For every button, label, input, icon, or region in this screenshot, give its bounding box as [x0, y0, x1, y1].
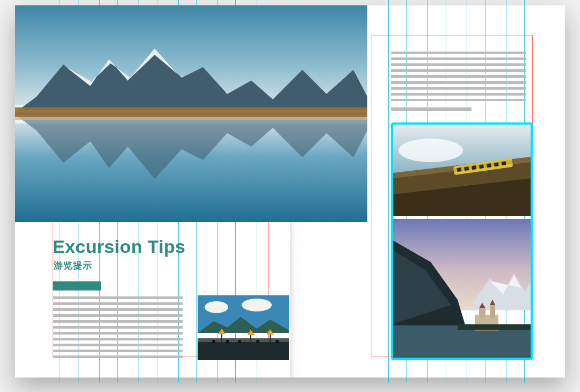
- vineyard-train-icon: [393, 125, 531, 216]
- svg-rect-24: [464, 166, 469, 171]
- svg-rect-34: [479, 308, 485, 318]
- body-text-placeholder-right[interactable]: [391, 52, 526, 101]
- body-text-placeholder-left[interactable]: [53, 296, 183, 358]
- svg-rect-25: [472, 165, 476, 170]
- body-text-tail: [391, 107, 472, 111]
- photo-observation-deck[interactable]: [198, 295, 289, 360]
- svg-rect-5: [15, 110, 367, 120]
- hero-image[interactable]: [15, 5, 367, 222]
- svg-rect-9: [198, 341, 289, 360]
- svg-point-18: [276, 340, 279, 343]
- layout-canvas[interactable]: Excursion Tips 游览提示: [0, 0, 580, 392]
- svg-point-15: [226, 340, 229, 343]
- svg-point-8: [242, 299, 272, 311]
- title-en: Excursion Tips: [53, 236, 185, 257]
- castle-lake-icon: [393, 219, 531, 358]
- svg-point-16: [238, 340, 241, 343]
- svg-rect-10: [198, 338, 289, 342]
- title-block[interactable]: Excursion Tips 游览提示: [53, 236, 185, 272]
- accent-bar: [53, 281, 101, 291]
- svg-rect-29: [502, 161, 506, 165]
- deck-umbrella-icon: [198, 295, 289, 360]
- svg-rect-26: [479, 164, 484, 169]
- photo-castle-lake[interactable]: [393, 219, 531, 358]
- svg-rect-23: [456, 168, 461, 172]
- svg-point-7: [205, 301, 228, 313]
- svg-rect-28: [494, 162, 499, 166]
- svg-point-17: [256, 340, 259, 343]
- mountain-lake-icon: [15, 5, 367, 222]
- svg-rect-27: [487, 163, 491, 168]
- svg-rect-35: [490, 305, 495, 318]
- svg-rect-32: [393, 325, 531, 358]
- svg-rect-39: [458, 324, 531, 330]
- svg-point-20: [398, 139, 463, 162]
- svg-point-14: [212, 340, 215, 343]
- title-cn: 游览提示: [54, 259, 185, 272]
- photo-vineyard-train[interactable]: [393, 125, 531, 216]
